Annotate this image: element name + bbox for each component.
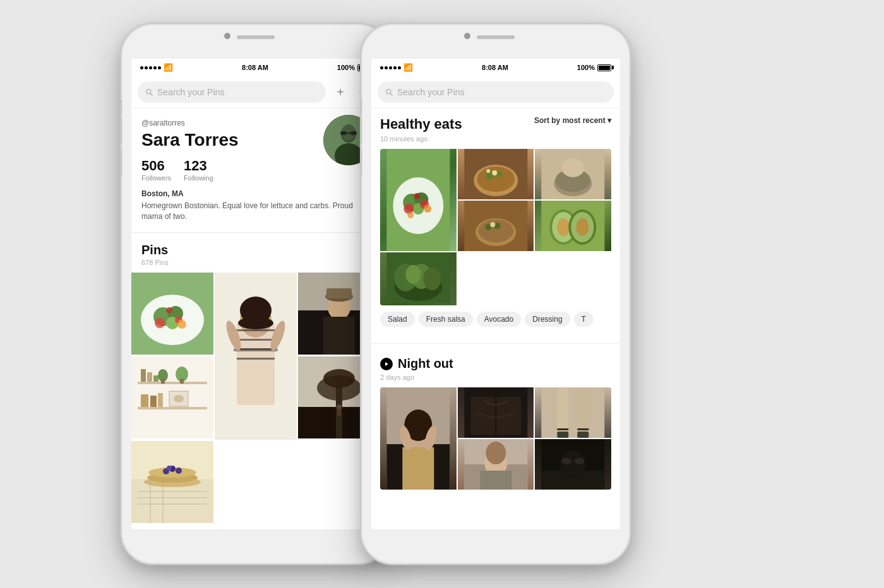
signal-dot [149,66,152,69]
svg-point-143 [562,458,572,464]
svg-rect-44 [161,379,165,384]
tag-more[interactable]: T [574,312,594,327]
board1-img-avocado[interactable] [535,201,611,251]
pins-grid [131,273,380,523]
svg-point-106 [558,218,570,236]
add-button-left[interactable]: + [331,83,350,102]
phone-speaker-left [237,35,275,39]
tag-salad[interactable]: Salad [380,312,415,327]
board2-dark-svg [535,439,611,490]
svg-line-1 [150,93,152,95]
tag-dressing[interactable]: Dressing [525,312,570,327]
svg-point-82 [414,193,420,199]
svg-point-67 [167,466,172,471]
followers-stat: 506 Followers [141,158,171,182]
board2-img-legs[interactable] [535,387,611,438]
phone-mute-left [120,100,122,115]
board2-section: Night out 2 days ago [371,351,620,497]
pin-image-woman[interactable] [215,273,297,440]
board2-img-leather[interactable] [458,387,534,438]
following-label: Following [184,174,213,182]
board2-img-woman2[interactable] [458,439,534,490]
board1-title: Healthy eats [380,116,462,132]
battery-fill-right [599,66,610,70]
board1-greens-svg [380,252,457,303]
svg-rect-8 [350,131,357,135]
status-left-right: 📶 [380,63,413,72]
pin-salad-svg [131,273,213,355]
board1-img-tacos2[interactable] [458,201,534,251]
search-input-left[interactable]: Search your Pins [138,81,326,103]
pin-shelf-svg [131,356,213,438]
battery-icon-right [597,64,611,71]
svg-rect-132 [578,432,589,438]
board2-woman2-svg [458,439,534,490]
pin-woman-svg [215,273,297,440]
pin-image-salad[interactable] [131,273,213,355]
profile-bio: Homegrown Bostonian. Equal love for lett… [141,201,370,222]
phone-left: 📶 8:08 AM 100% Search your Pins + [120,23,391,565]
board1-avocado-svg [535,201,611,251]
signal-dot [153,66,157,69]
board1-tacos1-svg [458,149,534,199]
board1-img-avocado-hand[interactable] [535,149,611,199]
sort-control[interactable]: Sort by most recent ▾ [534,116,611,125]
pin-image-shelf[interactable] [131,356,213,438]
svg-line-74 [390,93,392,95]
svg-rect-121 [402,447,434,490]
phone-mute-right [360,100,362,115]
board2-img-dark[interactable] [535,439,611,490]
board1-time: 10 minutes ago [380,135,611,143]
phone-screen-left: 📶 8:08 AM 100% Search your Pins + [131,59,380,529]
wifi-icon-left: 📶 [164,63,173,72]
svg-point-102 [490,222,495,227]
svg-rect-23 [237,329,275,331]
svg-point-80 [403,204,414,214]
board1-salad-svg [380,149,457,251]
svg-point-66 [176,467,182,474]
phone-camera-right [464,33,470,39]
board2-images [380,387,611,490]
svg-point-144 [575,458,585,464]
svg-rect-40 [141,369,146,382]
svg-rect-47 [141,394,148,407]
pin-image-pancake[interactable] [131,441,213,523]
signal-dot [380,66,383,69]
board1-img-salad[interactable] [380,149,457,251]
search-icon-left [145,88,153,97]
svg-point-99 [478,220,513,242]
svg-point-84 [407,212,414,218]
board2-time: 2 days ago [380,373,611,381]
svg-rect-34 [323,317,355,355]
signal-dot [158,66,161,69]
signal-dots-left [140,66,161,69]
board2-woman-svg [380,387,457,490]
board1-img-tacos1[interactable] [458,149,534,199]
tag-fresh-salsa[interactable]: Fresh salsa [419,312,473,327]
svg-point-56 [323,369,355,388]
followers-count: 506 [141,158,171,174]
board1-img-greens[interactable] [380,252,457,305]
svg-point-91 [486,169,490,173]
phone-screen-right: 📶 8:08 AM 100% Search your Pins [371,59,620,529]
tag-avocado[interactable]: Avocado [477,312,521,327]
svg-point-139 [486,442,506,464]
sort-by-label: Sort by [534,116,560,125]
search-input-right[interactable]: Search your Pins [378,81,614,103]
search-bar-container-right: Search your Pins [371,76,620,109]
followers-label: Followers [141,174,171,182]
svg-rect-48 [150,396,157,407]
signal-dots-right [380,66,401,69]
pins-section: Pins 678 Pins [131,233,380,523]
svg-point-18 [177,320,186,329]
status-bar-left: 📶 8:08 AM 100% [131,59,380,76]
screen-content-right: Healthy eats Sort by most recent ▾ 10 mi… [371,109,620,529]
svg-rect-134 [578,428,589,430]
board2-img-woman[interactable] [380,387,457,490]
board1-images [380,149,611,305]
board2-title: Night out [398,356,453,371]
pins-title: Pins [131,243,380,257]
search-placeholder-left: Search your Pins [157,87,225,97]
svg-point-83 [424,205,431,213]
status-time-left: 8:08 AM [242,64,268,71]
